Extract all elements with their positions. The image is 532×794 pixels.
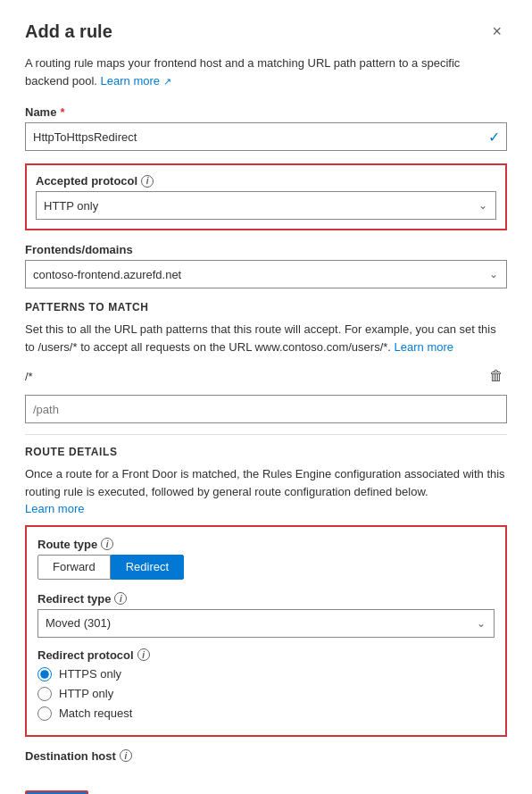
patterns-heading: PATTERNS TO MATCH <box>25 301 507 313</box>
route-details-heading: ROUTE DETAILS <box>25 446 507 458</box>
redirect-protocol-info-icon[interactable]: i <box>137 648 150 661</box>
redirect-protocol-https-label: HTTPS only <box>59 667 121 681</box>
redirect-protocol-label: Redirect protocol i <box>37 648 495 662</box>
name-input[interactable] <box>25 122 507 151</box>
add-rule-panel: Add a rule × A routing rule maps your fr… <box>0 0 532 794</box>
redirect-protocol-radio-group: HTTPS only HTTP only Match request <box>37 667 495 721</box>
frontends-domains-label: Frontends/domains <box>25 243 507 256</box>
name-field-group: Name * ✓ <box>25 105 507 151</box>
panel-header: Add a rule × <box>25 21 507 42</box>
panel-title: Add a rule <box>25 21 112 42</box>
frontends-domains-field-group: Frontends/domains contoso-frontend.azure… <box>25 243 507 288</box>
redirect-protocol-http-radio[interactable] <box>37 687 52 701</box>
redirect-type-select-wrapper: Moved (301) Found (302) Temporary Redire… <box>37 609 495 638</box>
route-details-description: Once a route for a Front Door is matched… <box>25 465 507 518</box>
description-text: A routing rule maps your frontend host a… <box>25 56 460 88</box>
route-type-forward-button[interactable]: Forward <box>37 555 111 580</box>
redirect-protocol-http-label: HTTP only <box>59 687 113 700</box>
route-box: Route type i Forward Redirect Redirect t… <box>25 525 507 737</box>
route-type-info-icon[interactable]: i <box>101 538 113 550</box>
frontends-domains-select[interactable]: contoso-frontend.azurefd.net <box>25 260 507 288</box>
divider <box>25 434 507 435</box>
frontends-domains-select-wrapper: contoso-frontend.azurefd.net ⌄ <box>25 260 507 288</box>
accepted-protocol-select-wrapper: HTTP only HTTPS only HTTP and HTTPS ⌄ <box>36 191 496 220</box>
route-type-label: Route type i <box>37 538 495 551</box>
name-input-wrapper: ✓ <box>25 122 507 151</box>
delete-pattern-button[interactable]: 🗑 <box>486 364 507 388</box>
description-link[interactable]: Learn more ↗ <box>101 74 171 88</box>
patterns-section: PATTERNS TO MATCH Set this to all the UR… <box>25 301 507 423</box>
destination-host-label: Destination host i <box>25 749 507 763</box>
patterns-learn-more-link[interactable]: Learn more <box>395 340 453 354</box>
path-input[interactable] <box>25 395 507 423</box>
redirect-protocol-match-radio[interactable] <box>37 706 52 721</box>
redirect-type-select[interactable]: Moved (301) Found (302) Temporary Redire… <box>37 609 495 638</box>
redirect-protocol-match-option[interactable]: Match request <box>37 706 495 721</box>
route-type-toggle-group: Forward Redirect <box>37 555 495 580</box>
route-type-group: Route type i Forward Redirect <box>37 538 495 580</box>
patterns-description: Set this to all the URL path patterns th… <box>25 321 507 355</box>
add-button[interactable]: Add <box>25 790 88 795</box>
route-details-learn-more-link[interactable]: Learn more <box>25 502 84 515</box>
pattern-row: /* 🗑 <box>25 364 507 388</box>
name-label: Name * <box>25 105 507 119</box>
redirect-protocol-group: Redirect protocol i HTTPS only HTTP only… <box>37 648 495 721</box>
accepted-protocol-highlighted: Accepted protocol i HTTP only HTTPS only… <box>25 163 507 230</box>
close-button[interactable]: × <box>486 21 507 41</box>
route-details-section: ROUTE DETAILS Once a route for a Front D… <box>25 446 507 737</box>
external-link-icon: ↗ <box>163 76 171 87</box>
route-type-redirect-button[interactable]: Redirect <box>111 555 184 580</box>
required-indicator: * <box>60 105 64 119</box>
redirect-type-label: Redirect type i <box>37 592 495 606</box>
pattern-value: /* <box>25 370 478 383</box>
accepted-protocol-info-icon[interactable]: i <box>141 175 154 188</box>
destination-host-info-icon[interactable]: i <box>120 749 132 762</box>
check-icon: ✓ <box>488 129 500 146</box>
redirect-protocol-http-option[interactable]: HTTP only <box>37 687 495 701</box>
redirect-type-group: Redirect type i Moved (301) Found (302) … <box>37 592 495 638</box>
redirect-protocol-https-radio[interactable] <box>37 667 52 681</box>
accepted-protocol-label: Accepted protocol i <box>36 174 496 188</box>
panel-description: A routing rule maps your frontend host a… <box>25 54 507 89</box>
redirect-type-info-icon[interactable]: i <box>114 592 127 605</box>
redirect-protocol-https-option[interactable]: HTTPS only <box>37 667 495 681</box>
redirect-protocol-match-label: Match request <box>59 706 132 720</box>
accepted-protocol-select[interactable]: HTTP only HTTPS only HTTP and HTTPS <box>36 191 496 220</box>
